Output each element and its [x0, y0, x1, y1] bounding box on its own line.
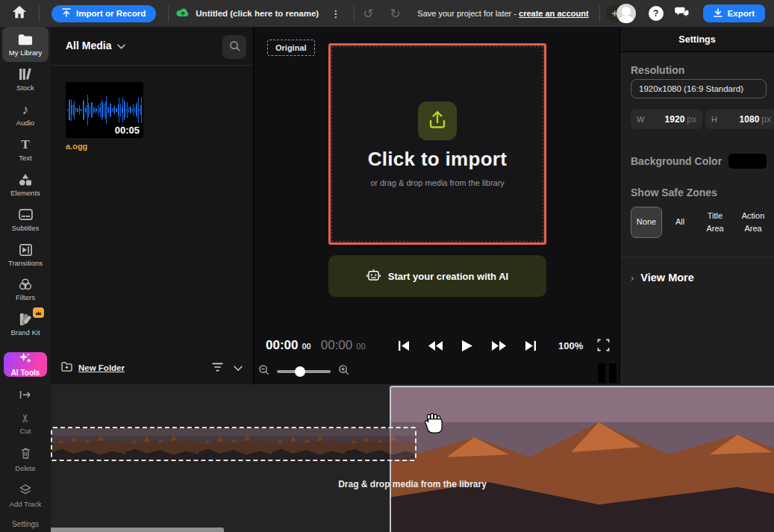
ai-tools-button[interactable]: AI Tools — [4, 352, 47, 377]
sidebar-item-filters[interactable]: Filters — [2, 272, 49, 307]
redo-button[interactable]: ↻ — [381, 6, 408, 22]
sidebar-item-audio[interactable]: ♪ Audio — [2, 97, 49, 132]
timeline-area[interactable]: Drag & drop media from the library — [51, 384, 774, 532]
sidebar-item-brand-kit[interactable]: Brand Kit — [2, 307, 49, 342]
clip-filename: a.ogg — [66, 142, 143, 151]
trash-icon — [21, 448, 31, 462]
safe-zone-all[interactable]: All — [665, 212, 695, 232]
expand-panel-button[interactable] — [4, 386, 46, 405]
sidebar-item-stock[interactable]: Stock — [2, 62, 49, 97]
safe-zone-none[interactable]: None — [631, 207, 662, 238]
help-button[interactable]: ? — [649, 6, 664, 21]
home-button[interactable] — [0, 5, 39, 22]
fast-forward-button[interactable] — [490, 339, 508, 352]
fullscreen-button[interactable] — [597, 339, 610, 354]
width-field[interactable]: W 1920 px — [631, 109, 702, 129]
save-project-hint: Save your project for later - create an … — [417, 9, 588, 18]
view-more-button[interactable]: › View More — [631, 272, 694, 284]
safe-zone-action-area[interactable]: Action Area — [735, 206, 771, 238]
total-time: 00:00 — [321, 338, 353, 353]
preview-zoom-level[interactable]: 100% — [558, 340, 583, 351]
transport-controls — [397, 339, 537, 353]
media-clip-a-ogg[interactable]: 00:05 a.ogg — [66, 82, 143, 151]
audio-waveform-thumbnail[interactable]: 00:05 — [66, 82, 143, 138]
skip-to-start-button[interactable] — [397, 339, 411, 352]
sidebar-item-elements[interactable]: Elements — [2, 167, 49, 202]
filters-venn-icon — [19, 277, 32, 292]
zoom-in-icon[interactable] — [338, 364, 349, 378]
preview-area: Original Click to import or drag & drop … — [254, 27, 619, 384]
timeline-drop-hint: Drag & drop media from the library — [51, 479, 774, 489]
height-field[interactable]: H 1080 px — [705, 109, 774, 129]
sidebar-item-subtitles[interactable]: Subtitles — [2, 202, 49, 237]
left-sidebar: My Library Stock ♪ Audio T Text Elements — [0, 27, 51, 532]
music-note-icon: ♪ — [22, 102, 29, 117]
start-creation-ai-button[interactable]: Start your creation with AI — [328, 255, 546, 297]
feedback-chat-icon[interactable] — [675, 6, 690, 21]
background-color-swatch[interactable] — [728, 154, 767, 169]
new-folder-icon — [61, 361, 72, 375]
media-panel-footer: New Folder — [51, 351, 253, 384]
current-frames: 00 — [302, 342, 310, 351]
upload-icon-container — [418, 101, 457, 140]
download-icon — [714, 8, 722, 19]
export-button[interactable]: Export — [703, 4, 765, 22]
account-avatar-group[interactable]: + — [606, 4, 636, 23]
transitions-icon — [19, 242, 32, 257]
aspect-ratio-badge[interactable]: Original — [267, 40, 315, 56]
brand-kit-icon — [19, 312, 32, 327]
clip-frame — [52, 428, 125, 460]
background-color-label: Background Color — [631, 155, 722, 167]
upload-icon — [427, 109, 448, 133]
collapse-chevron-icon[interactable] — [234, 361, 243, 375]
timeline-zoom-controls — [258, 364, 349, 378]
resolution-select[interactable]: 1920x1080 (16:9 Standard) — [631, 79, 767, 98]
subtitles-icon — [19, 207, 33, 222]
click-to-import-dropzone[interactable]: Click to import or drag & drop media fro… — [328, 43, 546, 245]
import-or-record-button[interactable]: Import or Record — [52, 5, 156, 22]
import-icon — [62, 8, 71, 19]
sort-filter-icon[interactable] — [212, 361, 223, 375]
zoom-slider[interactable] — [277, 370, 331, 373]
clip-frame — [272, 428, 345, 460]
delete-tool-button[interactable]: Delete — [4, 442, 46, 478]
cut-tool-button[interactable]: ✂ Cut — [4, 405, 46, 441]
sidebar-item-transitions[interactable]: Transitions — [2, 237, 49, 272]
settings-panel-title: Settings — [620, 27, 774, 52]
zoom-slider-thumb[interactable] — [295, 366, 305, 377]
undo-button[interactable]: ↺ — [355, 6, 381, 22]
timeline-drop-preview[interactable] — [51, 427, 416, 461]
timeline-horizontal-scrollbar[interactable] — [49, 528, 224, 532]
timeline-settings-button[interactable]: Settings — [4, 514, 46, 532]
play-button[interactable] — [461, 339, 474, 353]
project-name[interactable]: Untitled (click here to rename) — [196, 9, 319, 18]
add-track-button[interactable]: Add Track — [4, 478, 46, 514]
media-library-panel: All Media 00:05 a.ogg New Folder — [51, 27, 254, 384]
track-handle-bars — [598, 363, 617, 383]
divider — [620, 257, 774, 257]
project-title-group: Untitled (click here to rename) ⋮ — [169, 7, 354, 20]
clip-frame — [125, 428, 199, 460]
rewind-button[interactable] — [427, 339, 444, 352]
video-editor-app: Import or Record Untitled (click here to… — [0, 0, 774, 532]
sidebar-item-my-library[interactable]: My Library — [2, 27, 49, 62]
media-panel-header: All Media — [51, 27, 253, 66]
layers-icon — [19, 484, 31, 498]
new-folder-link[interactable]: New Folder — [78, 363, 125, 372]
skip-to-end-button[interactable] — [524, 339, 537, 352]
create-account-link[interactable]: create an account — [519, 9, 589, 18]
sidebar-item-text[interactable]: T Text — [2, 132, 49, 167]
clip-frame — [345, 428, 416, 460]
project-menu-kebab-icon[interactable]: ⋮ — [325, 8, 346, 19]
home-icon — [12, 5, 27, 22]
robot-icon — [366, 269, 381, 283]
user-avatar[interactable] — [617, 4, 636, 23]
zoom-out-icon[interactable] — [258, 364, 269, 378]
media-filter-dropdown[interactable]: All Media — [66, 40, 125, 51]
safe-zones-label: Show Safe Zones — [631, 187, 717, 198]
safe-zone-title-area[interactable]: Title Area — [698, 206, 732, 238]
search-button[interactable] — [222, 35, 246, 59]
dragged-clip-thumbnail[interactable] — [390, 386, 774, 532]
cloud-sync-icon — [176, 7, 190, 20]
import-title: Click to import — [368, 148, 508, 171]
